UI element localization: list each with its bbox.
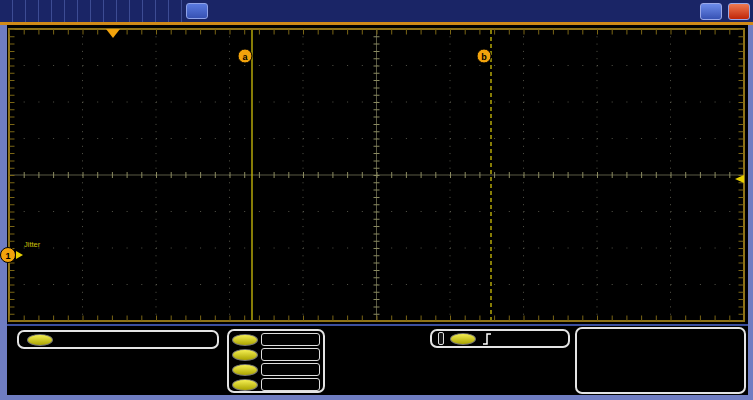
channel1-badge bbox=[27, 334, 53, 346]
menu-items bbox=[0, 0, 182, 22]
cursor-value bbox=[261, 333, 320, 346]
menu-item-help[interactable] bbox=[169, 0, 182, 22]
cursor-value bbox=[261, 363, 320, 376]
channel1-reference-label: 1 bbox=[5, 251, 10, 261]
menu-item-trig[interactable] bbox=[52, 0, 65, 22]
trigger-readout-box[interactable] bbox=[430, 329, 570, 348]
menu-item-edit[interactable] bbox=[13, 0, 26, 22]
cursor-label-badge bbox=[232, 349, 258, 361]
trigger-channel-badge bbox=[450, 333, 476, 345]
menu-item-measure[interactable] bbox=[91, 0, 104, 22]
rising-edge-icon bbox=[482, 332, 492, 346]
cursor-row-2 bbox=[232, 362, 320, 377]
cursor-row-3 bbox=[232, 377, 320, 392]
close-button[interactable] bbox=[728, 3, 750, 20]
horizontal-readout-box[interactable] bbox=[575, 327, 746, 394]
channel1-arrow-icon bbox=[16, 251, 23, 259]
menu-separator-strip bbox=[0, 22, 753, 25]
cursor-row-1 bbox=[232, 347, 320, 362]
menu-overflow-button[interactable] bbox=[186, 3, 208, 19]
menu-bar bbox=[0, 0, 753, 22]
channel1-readout-box[interactable] bbox=[17, 330, 219, 349]
menu-item-horiz-acq[interactable] bbox=[39, 0, 52, 22]
minimize-button[interactable] bbox=[700, 3, 722, 20]
menu-item-mask[interactable] bbox=[104, 0, 117, 22]
acq-status-row bbox=[583, 347, 738, 363]
cursor-label-badge bbox=[232, 334, 258, 346]
menu-item-display[interactable] bbox=[65, 0, 78, 22]
record-end-arrow-icon bbox=[735, 175, 744, 183]
cursor-row-0 bbox=[232, 332, 320, 347]
titlebar-right bbox=[678, 0, 753, 22]
trigger-source-badge bbox=[438, 332, 444, 345]
trace-label: Jitter bbox=[24, 240, 41, 249]
cursor-label-badge bbox=[232, 364, 258, 376]
menu-item-vertical[interactable] bbox=[26, 0, 39, 22]
menu-item-cursors[interactable] bbox=[78, 0, 91, 22]
acq-count-row bbox=[583, 363, 738, 379]
menu-item-utilities[interactable] bbox=[156, 0, 169, 22]
cursor-b-handle-label: b bbox=[481, 52, 487, 62]
timebase-row bbox=[583, 331, 738, 347]
menu-item-file[interactable] bbox=[0, 0, 13, 22]
cursor-value bbox=[261, 348, 320, 361]
menu-item-analyze[interactable] bbox=[143, 0, 156, 22]
trigger-position-marker[interactable] bbox=[106, 29, 120, 38]
menu-item-myscope[interactable] bbox=[130, 0, 143, 22]
menu-item-math[interactable] bbox=[117, 0, 130, 22]
datetime-row bbox=[583, 379, 738, 395]
cursor-readout-box[interactable] bbox=[227, 329, 325, 393]
oscilloscope-window: ab1Jitter bbox=[0, 0, 753, 400]
cursor-label-badge bbox=[232, 379, 258, 391]
cursor-value bbox=[261, 378, 320, 391]
